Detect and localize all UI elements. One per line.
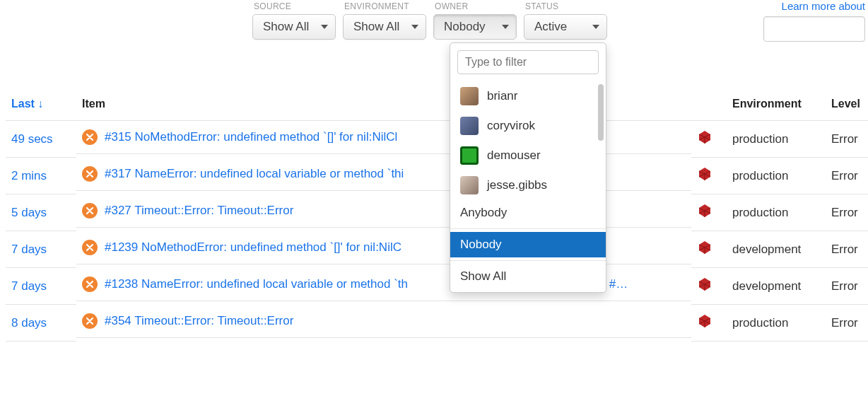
owner-select-value: Nobody (444, 20, 486, 34)
owner-option-user[interactable]: brianr (450, 81, 606, 111)
chevron-down-icon (411, 25, 418, 29)
table-row: 7 days#1238 NameError: undefined local v… (6, 268, 868, 305)
row-time[interactable]: 7 days (6, 231, 76, 268)
filter-label: SOURCE (254, 1, 336, 11)
error-icon (82, 240, 98, 255)
item-link[interactable]: #327 Timeout::Error: Timeout::Error (105, 204, 293, 218)
chevron-down-icon (321, 25, 328, 29)
filter-status: STATUS Active (524, 0, 607, 40)
ruby-icon (697, 166, 712, 182)
col-last[interactable]: Last ↓ (6, 91, 76, 121)
owner-option-label: coryvirok (487, 119, 535, 133)
avatar (460, 87, 479, 105)
filter-owner: OWNER Nobody (433, 0, 517, 40)
row-time[interactable]: 5 days (6, 194, 76, 231)
ruby-icon (697, 240, 712, 255)
row-environment: production (727, 194, 826, 231)
filter-label: STATUS (525, 1, 607, 11)
row-time[interactable]: 8 days (6, 305, 76, 342)
row-level: Error (826, 158, 868, 194)
owner-option[interactable]: Show All (450, 264, 606, 289)
owner-option[interactable]: Anybody (450, 200, 606, 226)
row-language (691, 231, 727, 268)
row-environment: production (727, 158, 826, 194)
owner-filter-input[interactable] (457, 50, 599, 74)
ruby-icon (697, 313, 712, 329)
error-icon (82, 313, 98, 329)
search-input[interactable] (763, 16, 865, 42)
owner-option-label: Show All (460, 269, 506, 284)
owner-dropdown: brianrcoryvirokdemouserjesse.gibbs Anybo… (450, 42, 606, 293)
table-row: 5 days#327 Timeout::Error: Timeout::Erro… (6, 194, 868, 231)
row-language (691, 158, 727, 194)
owner-option-user[interactable]: coryvirok (450, 111, 606, 141)
source-select-value: Show All (263, 20, 309, 34)
row-environment: development (727, 268, 826, 305)
row-environment: production (727, 305, 826, 342)
row-environment: production (727, 121, 826, 158)
row-language (691, 194, 727, 231)
error-icon (82, 276, 98, 292)
avatar (460, 117, 479, 135)
row-language (691, 268, 727, 305)
filter-environment: ENVIRONMENT Show All (343, 0, 426, 40)
source-select[interactable]: Show All (252, 14, 336, 40)
row-level: Error (826, 121, 868, 158)
table-row: 49 secs#315 NoMethodError: undefined met… (6, 121, 868, 158)
environment-select[interactable]: Show All (343, 14, 426, 40)
col-lang (691, 91, 727, 121)
status-select-value: Active (534, 20, 567, 34)
owner-option-label: brianr (487, 89, 517, 103)
environment-select-value: Show All (353, 20, 399, 34)
row-time[interactable]: 49 secs (6, 121, 76, 158)
item-link[interactable]: #317 NameError: undefined local variable… (105, 167, 404, 181)
owner-option-user[interactable]: jesse.gibbs (450, 170, 606, 200)
row-level: Error (826, 231, 868, 268)
row-environment: development (727, 231, 826, 268)
status-select[interactable]: Active (524, 14, 607, 40)
filter-source: SOURCE Show All (252, 0, 336, 40)
row-level: Error (826, 268, 868, 305)
row-language (691, 121, 727, 158)
scrollbar[interactable] (598, 84, 604, 141)
error-icon (82, 203, 98, 219)
row-item: #354 Timeout::Error: Timeout::Error (76, 305, 691, 338)
owner-option-label: demouser (487, 148, 541, 163)
item-link[interactable]: #1238 NameError: undefined local variabl… (105, 277, 408, 291)
owner-dropdown-list: brianrcoryvirokdemouserjesse.gibbs Anybo… (450, 81, 606, 289)
row-language (691, 305, 727, 342)
col-level[interactable]: Level (826, 91, 868, 121)
row-level: Error (826, 194, 868, 231)
owner-option-user[interactable]: demouser (450, 141, 606, 170)
owner-option[interactable]: Nobody (450, 232, 606, 257)
avatar (460, 176, 479, 194)
filter-label: ENVIRONMENT (344, 1, 426, 11)
avatar (460, 146, 479, 165)
ruby-icon (697, 129, 712, 145)
owner-select[interactable]: Nobody (433, 14, 517, 40)
col-env[interactable]: Environment (727, 91, 826, 121)
items-table: Last ↓ Item Environment Level 49 secs#31… (6, 91, 868, 342)
table-row: 7 days#1239 NoMethodError: undefined met… (6, 231, 868, 268)
ruby-icon (697, 276, 712, 292)
item-link[interactable]: #1239 NoMethodError: undefined method `[… (105, 240, 401, 255)
owner-option-label: Nobody (460, 238, 502, 252)
error-icon (82, 129, 98, 145)
row-time[interactable]: 7 days (6, 268, 76, 305)
error-icon (82, 166, 98, 182)
top-right-panel: Learn more about (763, 0, 865, 42)
table-row: 8 days#354 Timeout::Error: Timeout::Erro… (6, 305, 868, 342)
filter-toolbar: SOURCE Show All ENVIRONMENT Show All OWN… (252, 0, 607, 40)
row-time[interactable]: 2 mins (6, 158, 76, 194)
owner-option-label: jesse.gibbs (487, 178, 547, 192)
item-link[interactable]: #354 Timeout::Error: Timeout::Error (105, 314, 293, 328)
items-table-wrap: Last ↓ Item Environment Level 49 secs#31… (6, 91, 868, 342)
item-link[interactable]: #315 NoMethodError: undefined method `[]… (105, 130, 397, 144)
table-row: 2 mins#317 NameError: undefined local va… (6, 158, 868, 194)
chevron-down-icon (592, 25, 599, 29)
dropdown-divider (450, 260, 606, 261)
learn-more-link[interactable]: Learn more about (782, 0, 865, 12)
ruby-icon (697, 203, 712, 219)
dropdown-divider (450, 228, 606, 229)
owner-option-label: Anybody (460, 206, 507, 220)
